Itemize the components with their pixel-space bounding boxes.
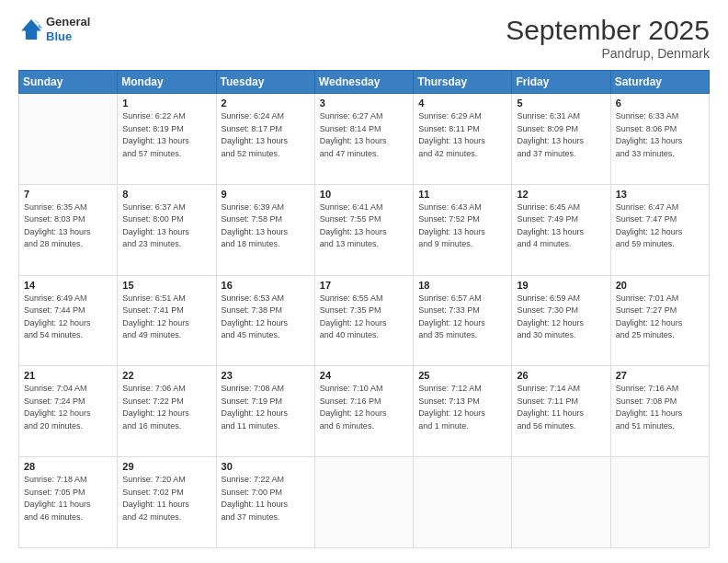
day-number: 21 [24,370,112,381]
day-number: 8 [122,189,210,200]
day-number: 18 [418,280,506,291]
calendar-table: Sunday Monday Tuesday Wednesday Thursday… [18,70,710,548]
day-number: 20 [616,280,704,291]
day-info: Sunrise: 6:45 AM Sunset: 7:49 PM Dayligh… [517,201,605,251]
day-number: 5 [517,98,605,109]
day-number: 13 [616,189,704,200]
calendar-week-row-4: 21Sunrise: 7:04 AM Sunset: 7:24 PM Dayli… [19,366,710,457]
title-block: September 2025 Pandrup, Denmark [506,15,710,61]
calendar-cell: 29Sunrise: 7:20 AM Sunset: 7:02 PM Dayli… [118,457,216,548]
day-number: 1 [122,98,210,109]
day-number: 25 [418,370,506,381]
day-number: 17 [320,280,408,291]
calendar-cell: 17Sunrise: 6:55 AM Sunset: 7:35 PM Dayli… [314,275,413,366]
calendar-cell: 3Sunrise: 6:27 AM Sunset: 8:14 PM Daylig… [314,94,413,185]
day-info: Sunrise: 7:14 AM Sunset: 7:11 PM Dayligh… [517,383,605,432]
calendar-cell: 30Sunrise: 7:22 AM Sunset: 7:00 PM Dayli… [216,457,314,548]
calendar-cell [610,457,709,548]
calendar-cell [512,457,610,548]
day-info: Sunrise: 6:55 AM Sunset: 7:35 PM Dayligh… [320,293,408,342]
logo: General Blue [18,15,90,43]
day-number: 23 [222,370,310,381]
col-thursday: Thursday [414,71,512,94]
calendar-week-row-2: 7Sunrise: 6:35 AM Sunset: 8:03 PM Daylig… [19,184,710,275]
calendar-cell: 10Sunrise: 6:41 AM Sunset: 7:55 PM Dayli… [314,184,413,275]
day-info: Sunrise: 6:31 AM Sunset: 8:09 PM Dayligh… [517,110,605,160]
calendar-cell: 27Sunrise: 7:16 AM Sunset: 7:08 PM Dayli… [610,366,709,457]
calendar-cell: 16Sunrise: 6:53 AM Sunset: 7:38 PM Dayli… [216,275,314,366]
col-tuesday: Tuesday [216,71,314,94]
col-saturday: Saturday [610,71,709,94]
day-info: Sunrise: 7:18 AM Sunset: 7:05 PM Dayligh… [24,474,112,523]
calendar-cell: 21Sunrise: 7:04 AM Sunset: 7:24 PM Dayli… [19,366,118,457]
day-info: Sunrise: 6:59 AM Sunset: 7:30 PM Dayligh… [517,293,605,342]
calendar-cell: 12Sunrise: 6:45 AM Sunset: 7:49 PM Dayli… [512,184,610,275]
calendar-week-row-5: 28Sunrise: 7:18 AM Sunset: 7:05 PM Dayli… [19,457,710,548]
day-info: Sunrise: 6:39 AM Sunset: 7:58 PM Dayligh… [222,201,310,251]
day-number: 26 [517,370,605,381]
header: General Blue September 2025 Pandrup, Den… [18,15,710,61]
logo-general-text: General [46,15,90,29]
logo-blue-text: Blue [46,29,90,44]
day-number: 14 [24,280,112,291]
calendar-cell [414,457,512,548]
calendar-cell: 14Sunrise: 6:49 AM Sunset: 7:44 PM Dayli… [19,275,118,366]
calendar-cell: 9Sunrise: 6:39 AM Sunset: 7:58 PM Daylig… [216,184,314,275]
day-number: 12 [517,189,605,200]
logo-text: General Blue [46,15,90,43]
day-number: 15 [122,280,210,291]
day-number: 11 [418,189,506,200]
day-info: Sunrise: 7:22 AM Sunset: 7:00 PM Dayligh… [222,474,310,523]
day-info: Sunrise: 6:24 AM Sunset: 8:17 PM Dayligh… [222,110,310,160]
day-info: Sunrise: 6:22 AM Sunset: 8:19 PM Dayligh… [122,110,210,160]
calendar-cell [19,94,118,185]
main-title: September 2025 [506,15,710,46]
logo-icon [18,17,44,42]
day-info: Sunrise: 6:29 AM Sunset: 8:11 PM Dayligh… [418,110,506,160]
calendar-cell: 26Sunrise: 7:14 AM Sunset: 7:11 PM Dayli… [512,366,610,457]
day-info: Sunrise: 6:47 AM Sunset: 7:47 PM Dayligh… [616,201,704,251]
day-info: Sunrise: 6:57 AM Sunset: 7:33 PM Dayligh… [418,293,506,342]
day-info: Sunrise: 7:06 AM Sunset: 7:22 PM Dayligh… [122,383,210,432]
calendar-week-row-1: 1Sunrise: 6:22 AM Sunset: 8:19 PM Daylig… [19,94,710,185]
calendar-cell: 23Sunrise: 7:08 AM Sunset: 7:19 PM Dayli… [216,366,314,457]
day-number: 6 [616,98,704,109]
calendar-cell: 7Sunrise: 6:35 AM Sunset: 8:03 PM Daylig… [19,184,118,275]
calendar-cell [314,457,413,548]
calendar-cell: 11Sunrise: 6:43 AM Sunset: 7:52 PM Dayli… [414,184,512,275]
calendar-week-row-3: 14Sunrise: 6:49 AM Sunset: 7:44 PM Dayli… [19,275,710,366]
calendar-cell: 2Sunrise: 6:24 AM Sunset: 8:17 PM Daylig… [216,94,314,185]
day-info: Sunrise: 7:08 AM Sunset: 7:19 PM Dayligh… [222,383,310,432]
day-number: 2 [222,98,310,109]
day-info: Sunrise: 6:43 AM Sunset: 7:52 PM Dayligh… [418,201,506,251]
day-number: 22 [122,370,210,381]
calendar-cell: 4Sunrise: 6:29 AM Sunset: 8:11 PM Daylig… [414,94,512,185]
day-number: 27 [616,370,704,381]
day-info: Sunrise: 6:35 AM Sunset: 8:03 PM Dayligh… [24,201,112,251]
day-number: 16 [222,280,310,291]
col-monday: Monday [118,71,216,94]
day-info: Sunrise: 7:04 AM Sunset: 7:24 PM Dayligh… [24,383,112,432]
col-friday: Friday [512,71,610,94]
calendar-cell: 20Sunrise: 7:01 AM Sunset: 7:27 PM Dayli… [610,275,709,366]
day-number: 3 [320,98,408,109]
day-number: 29 [122,461,210,472]
calendar-cell: 15Sunrise: 6:51 AM Sunset: 7:41 PM Dayli… [118,275,216,366]
calendar-cell: 25Sunrise: 7:12 AM Sunset: 7:13 PM Dayli… [414,366,512,457]
day-info: Sunrise: 6:27 AM Sunset: 8:14 PM Dayligh… [320,110,408,160]
day-number: 30 [222,461,310,472]
subtitle: Pandrup, Denmark [506,46,710,61]
col-wednesday: Wednesday [314,71,413,94]
calendar-cell: 1Sunrise: 6:22 AM Sunset: 8:19 PM Daylig… [118,94,216,185]
page: General Blue September 2025 Pandrup, Den… [0,0,728,563]
day-info: Sunrise: 7:16 AM Sunset: 7:08 PM Dayligh… [616,383,704,432]
day-number: 9 [222,189,310,200]
day-info: Sunrise: 6:33 AM Sunset: 8:06 PM Dayligh… [616,110,704,160]
col-sunday: Sunday [19,71,118,94]
calendar-cell: 5Sunrise: 6:31 AM Sunset: 8:09 PM Daylig… [512,94,610,185]
calendar-cell: 19Sunrise: 6:59 AM Sunset: 7:30 PM Dayli… [512,275,610,366]
day-info: Sunrise: 6:41 AM Sunset: 7:55 PM Dayligh… [320,201,408,251]
day-number: 24 [320,370,408,381]
day-info: Sunrise: 6:53 AM Sunset: 7:38 PM Dayligh… [222,293,310,342]
calendar-cell: 18Sunrise: 6:57 AM Sunset: 7:33 PM Dayli… [414,275,512,366]
